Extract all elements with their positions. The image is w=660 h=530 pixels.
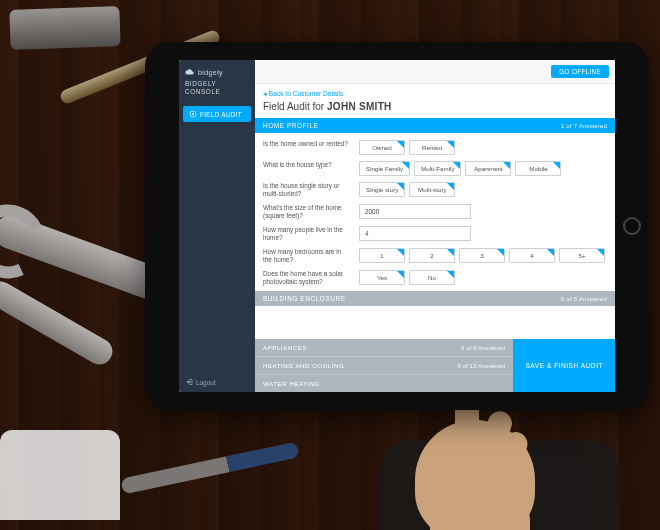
question-label: Is the home owned or rented? [263, 140, 351, 148]
option-rented[interactable]: Rented [409, 140, 455, 155]
question-owned-rented: Is the home owned or rented? Owned Rente… [255, 137, 615, 158]
main-panel: GO OFFLINE ◂ Back to Customer Details Fi… [255, 60, 615, 392]
selected-corner-icon [447, 141, 454, 148]
svg-point-1 [192, 113, 194, 115]
paper-roll [0, 430, 120, 520]
option-bed-1[interactable]: 1 [359, 248, 405, 263]
question-label: What is the house type? [263, 161, 351, 169]
option-bed-4[interactable]: 4 [509, 248, 555, 263]
option-multi-family[interactable]: Multi-Family [414, 161, 461, 176]
title-prefix: Field Audit for [263, 101, 324, 112]
option-bed-5plus[interactable]: 5+ [559, 248, 605, 263]
sqft-input[interactable] [359, 204, 471, 219]
section-progress: 1 of 7 Answered [561, 123, 607, 129]
logout-label: Logout [196, 379, 216, 386]
selected-corner-icon [447, 249, 454, 256]
question-house-type: What is the house type? Single Family Mu… [255, 158, 615, 179]
question-label: What's the size of the home (square feet… [263, 204, 351, 220]
selected-corner-icon [397, 249, 404, 256]
footer-bar: APPLIANCES 0 of 9 Answered HEATING AND C… [255, 339, 615, 392]
brand-line2: CONSOLE [185, 88, 249, 96]
question-occupants: How many people live in the home? [255, 223, 615, 245]
selected-corner-icon [447, 183, 454, 190]
wrench-small [0, 277, 117, 370]
brand-block: bidgely BIDGELY CONSOLE [179, 60, 255, 102]
go-offline-button[interactable]: GO OFFLINE [551, 65, 609, 78]
home-profile-form: Is the home owned or rented? Owned Rente… [255, 133, 615, 291]
section-heating-cooling[interactable]: HEATING AND COOLING 0 of 13 Answered [255, 356, 513, 374]
section-appliances[interactable]: APPLIANCES 0 of 9 Answered [255, 339, 513, 356]
option-multi-story[interactable]: Multi-story [409, 182, 455, 197]
back-link-label: Back to Customer Details [269, 90, 343, 97]
brand-logo-text: bidgely [198, 69, 223, 76]
option-owned[interactable]: Owned [359, 140, 405, 155]
question-label: How many bedrooms are in the home? [263, 248, 351, 264]
option-single-story[interactable]: Single story [359, 182, 405, 197]
selected-corner-icon [397, 183, 404, 190]
sidebar-item-label: FIELD AUDIT [200, 111, 242, 118]
selected-corner-icon [547, 249, 554, 256]
topbar: GO OFFLINE [255, 60, 615, 84]
question-label: How many people live in the home? [263, 226, 351, 242]
question-stories: Is the house single story or multi-stori… [255, 179, 615, 201]
section-building-enclosure[interactable]: BUILDING ENCLOSURE 0 of 5 Answered [255, 291, 615, 306]
selected-corner-icon [453, 162, 460, 169]
option-solar-no[interactable]: No [409, 270, 455, 285]
occupants-input[interactable] [359, 226, 471, 241]
selected-corner-icon [497, 249, 504, 256]
brand-line1: BIDGELY [185, 80, 249, 88]
selected-corner-icon [553, 162, 560, 169]
selected-corner-icon [447, 271, 454, 278]
title-name: JOHN SMITH [327, 101, 392, 112]
selected-corner-icon [597, 249, 604, 256]
tablet-home-button[interactable] [623, 217, 641, 235]
logout-link[interactable]: Logout [179, 372, 255, 392]
back-link[interactable]: ◂ Back to Customer Details [263, 90, 343, 97]
target-icon [189, 110, 197, 118]
option-apartment[interactable]: Apartment [465, 161, 511, 176]
section-water-heating[interactable]: WATER HEATING [255, 374, 513, 392]
page-title: Field Audit for JOHN SMITH [255, 101, 615, 118]
section-label: WATER HEATING [263, 380, 320, 387]
breadcrumb: ◂ Back to Customer Details [255, 84, 615, 101]
question-solar: Does the home have a solar photovoltaic … [255, 267, 615, 289]
sidebar-item-field-audit[interactable]: FIELD AUDIT [183, 106, 251, 122]
section-home-profile[interactable]: HOME PROFILE 1 of 7 Answered [255, 118, 615, 133]
question-label: Does the home have a solar photovoltaic … [263, 270, 351, 286]
section-progress: 0 of 13 Answered [457, 363, 505, 369]
screwdriver [120, 441, 299, 494]
app-screen: bidgely BIDGELY CONSOLE FIELD AUDIT Logo… [179, 60, 615, 392]
tablet-frame: bidgely BIDGELY CONSOLE FIELD AUDIT Logo… [145, 42, 649, 410]
option-single-family[interactable]: Single Family [359, 161, 410, 176]
logout-icon [185, 378, 193, 386]
question-sqft: What's the size of the home (square feet… [255, 201, 615, 223]
option-mobile[interactable]: Mobile [515, 161, 561, 176]
option-solar-yes[interactable]: Yes [359, 270, 405, 285]
selected-corner-icon [397, 141, 404, 148]
section-progress: 0 of 5 Answered [561, 296, 607, 302]
section-label: HOME PROFILE [263, 122, 319, 129]
cloud-icon [185, 67, 195, 77]
sidebar: bidgely BIDGELY CONSOLE FIELD AUDIT Logo… [179, 60, 255, 392]
question-bedrooms: How many bedrooms are in the home? 1 2 3… [255, 245, 615, 267]
save-finish-button[interactable]: SAVE & FINISH AUDIT [513, 339, 615, 392]
section-label: HEATING AND COOLING [263, 362, 344, 369]
section-progress: 0 of 9 Answered [461, 345, 506, 351]
selected-corner-icon [503, 162, 510, 169]
section-label: APPLIANCES [263, 344, 307, 351]
tool-pouch [380, 440, 620, 530]
selected-corner-icon [402, 162, 409, 169]
question-label: Is the house single story or multi-stori… [263, 182, 351, 198]
brand-logo: bidgely [185, 67, 249, 77]
section-label: BUILDING ENCLOSURE [263, 295, 346, 302]
option-bed-3[interactable]: 3 [459, 248, 505, 263]
hammer-head [9, 6, 120, 50]
option-bed-2[interactable]: 2 [409, 248, 455, 263]
selected-corner-icon [397, 271, 404, 278]
